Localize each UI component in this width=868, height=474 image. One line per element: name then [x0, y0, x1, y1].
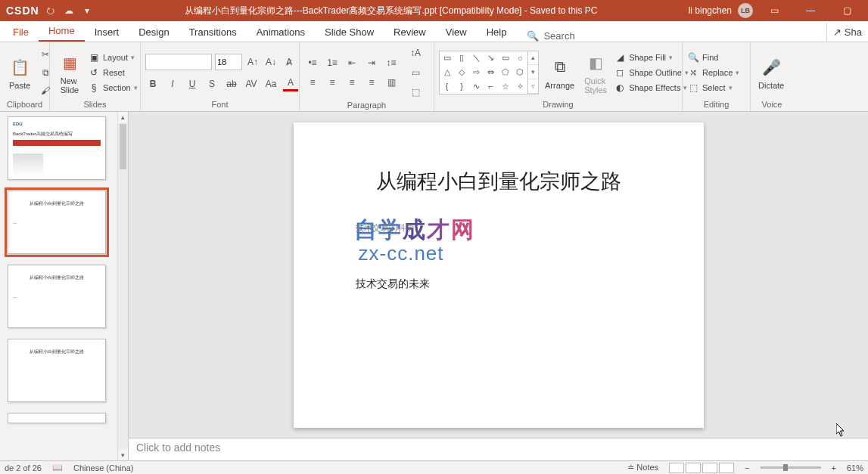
tab-review[interactable]: Review — [384, 23, 436, 42]
line-spacing-button[interactable]: ↕≡ — [383, 54, 400, 71]
slide-thumbnail-1[interactable]: EDU BackTrader高频交易系统编写 — [8, 116, 106, 180]
language-indicator[interactable]: Chinese (China) — [73, 463, 133, 472]
shadow-button[interactable]: S — [204, 76, 219, 91]
shapes-gallery[interactable]: ▭▯＼↘▭○ △◇⇨⇔⬠⬡ {}∿⌐☆✧ — [439, 51, 528, 94]
thumbnail-scrollbar[interactable]: ▴ ▾ — [117, 112, 128, 460]
arrange-button[interactable]: ⧉ Arrange — [542, 54, 577, 91]
shape-arrow-line-icon[interactable]: ↘ — [484, 51, 498, 66]
quick-styles-button[interactable]: ◧ Quick Styles — [580, 49, 611, 96]
tab-file[interactable]: File — [3, 23, 39, 42]
font-color-button[interactable]: A — [283, 76, 298, 91]
shape-textbox-icon[interactable]: ▭ — [440, 51, 454, 66]
increase-font-button[interactable]: A↑ — [245, 54, 260, 70]
text-direction-button[interactable]: ↕A — [407, 45, 424, 61]
align-text-button[interactable]: ▭ — [407, 64, 424, 81]
decrease-font-button[interactable]: A↓ — [263, 54, 278, 70]
ribbon-display-options-icon[interactable]: ▭ — [759, 0, 789, 21]
tab-view[interactable]: View — [436, 23, 477, 42]
char-spacing-button[interactable]: AV — [244, 76, 259, 91]
maximize-button[interactable]: ▢ — [832, 0, 862, 21]
tab-insert[interactable]: Insert — [85, 23, 129, 42]
slide-title[interactable]: 从编程小白到量化宗师之路 — [294, 168, 704, 195]
tab-animations[interactable]: Animations — [247, 23, 315, 42]
share-button[interactable]: ↗ Sha — [826, 23, 868, 42]
increase-indent-button[interactable]: ⇥ — [363, 54, 380, 71]
notes-toggle[interactable]: ≐ Notes — [627, 463, 658, 472]
shape-lbrace-icon[interactable]: { — [440, 79, 454, 94]
tab-design[interactable]: Design — [129, 23, 179, 42]
slide-thumbnail-2[interactable]: 从编程小白到量化宗师之路 — — [8, 191, 106, 254]
search-icon[interactable]: 🔍 — [527, 30, 539, 42]
shape-pentagon-icon[interactable]: ⬠ — [498, 65, 512, 79]
font-size-select[interactable] — [215, 54, 242, 70]
slide-thumbnail-5[interactable] — [8, 413, 106, 423]
align-right-button[interactable]: ≡ — [344, 74, 360, 91]
shape-arrow-icon[interactable]: ⇨ — [469, 65, 484, 79]
shape-rect-icon[interactable]: ▭ — [498, 51, 512, 66]
dictate-button[interactable]: 🎤 Dictate — [755, 54, 787, 91]
smartart-button[interactable]: ⬚ — [407, 84, 424, 101]
slideshow-view-button[interactable] — [719, 463, 734, 473]
shape-diamond-icon[interactable]: ◇ — [454, 65, 468, 79]
shape-textbox-vert-icon[interactable]: ▯ — [454, 51, 468, 66]
align-center-button[interactable]: ≡ — [324, 74, 341, 91]
section-button[interactable]: §Section — [88, 82, 138, 94]
sorter-view-button[interactable] — [686, 463, 701, 473]
slide-thumbnail-3[interactable]: 从编程小白到量化宗师之路 — — [8, 265, 106, 328]
layout-button[interactable]: ▣Layout — [88, 51, 138, 64]
underline-button[interactable]: U — [185, 76, 200, 91]
tab-help[interactable]: Help — [477, 23, 517, 42]
shape-star-icon[interactable]: ☆ — [498, 79, 512, 94]
clear-formatting-button[interactable]: A̷ — [282, 54, 297, 70]
shape-triangle-icon[interactable]: △ — [440, 65, 454, 79]
user-avatar[interactable]: LB — [738, 3, 753, 18]
font-family-select[interactable] — [145, 54, 212, 70]
strikethrough-button[interactable]: ab — [224, 76, 239, 91]
reading-view-button[interactable] — [702, 463, 717, 473]
align-left-button[interactable]: ≡ — [304, 74, 321, 91]
reset-button[interactable]: ↺Reset — [88, 67, 138, 79]
shape-line-icon[interactable]: ＼ — [469, 51, 484, 66]
autosave-icon[interactable]: ⭮ — [44, 4, 58, 17]
slide-canvas[interactable]: 从编程小白到量化宗师之路 自学成才网 技术交易的科学 zx-cc.net 技术交… — [294, 122, 704, 428]
decrease-indent-button[interactable]: ⇤ — [344, 54, 360, 71]
slide-thumbnail-4[interactable]: 从编程小白到量化宗师之路 — [8, 339, 106, 402]
new-slide-button[interactable]: ▦ New Slide — [54, 49, 85, 96]
slide-subtitle-faded[interactable]: 技术交易的科学 — [356, 222, 414, 234]
tab-home[interactable]: Home — [39, 21, 85, 42]
shape-callout-icon[interactable]: ✧ — [513, 79, 527, 94]
italic-button[interactable]: I — [165, 76, 180, 91]
search-label[interactable]: Search — [543, 30, 574, 42]
qat-dropdown-icon[interactable]: ▾ — [80, 4, 94, 17]
justify-button[interactable]: ≡ — [363, 74, 380, 91]
tab-transitions[interactable]: Transitions — [179, 23, 247, 42]
numbering-button[interactable]: 1≡ — [324, 54, 341, 71]
zoom-level[interactable]: 61% — [847, 463, 863, 472]
user-name[interactable]: li bingchen — [689, 5, 732, 16]
normal-view-button[interactable] — [669, 463, 684, 473]
zoom-out-button[interactable]: − — [745, 463, 749, 472]
bold-button[interactable]: B — [145, 76, 160, 91]
shape-hex-icon[interactable]: ⬡ — [513, 65, 527, 79]
scroll-up-icon[interactable]: ▴ — [118, 112, 128, 122]
bullets-button[interactable]: •≡ — [304, 54, 321, 71]
shape-effects-button[interactable]: ◐Shape Effects — [614, 82, 689, 94]
shape-oval-icon[interactable]: ○ — [513, 51, 527, 66]
columns-button[interactable]: ▥ — [383, 74, 400, 91]
replace-button[interactable]: ⤭Replace — [687, 67, 739, 79]
save-icon[interactable]: ☁ — [62, 4, 76, 17]
shape-double-arrow-icon[interactable]: ⇔ — [484, 65, 498, 79]
shapes-gallery-scroll[interactable]: ▴▾▿ — [528, 51, 539, 94]
shape-outline-button[interactable]: ◻Shape Outline — [614, 67, 689, 79]
spellcheck-icon[interactable]: 📖 — [52, 463, 63, 472]
slide-subtitle[interactable]: 技术交易的未来 — [356, 277, 430, 291]
tab-slideshow[interactable]: Slide Show — [315, 23, 384, 42]
scroll-down-icon[interactable]: ▾ — [118, 450, 128, 460]
select-button[interactable]: ⬚Select — [687, 82, 739, 94]
slide-counter[interactable]: de 2 of 26 — [5, 463, 42, 472]
zoom-in-button[interactable]: + — [832, 463, 836, 472]
zoom-slider[interactable] — [761, 466, 821, 469]
minimize-button[interactable]: — — [795, 0, 826, 21]
scrollbar-handle[interactable] — [120, 124, 126, 169]
shape-connector-icon[interactable]: ⌐ — [484, 79, 498, 94]
